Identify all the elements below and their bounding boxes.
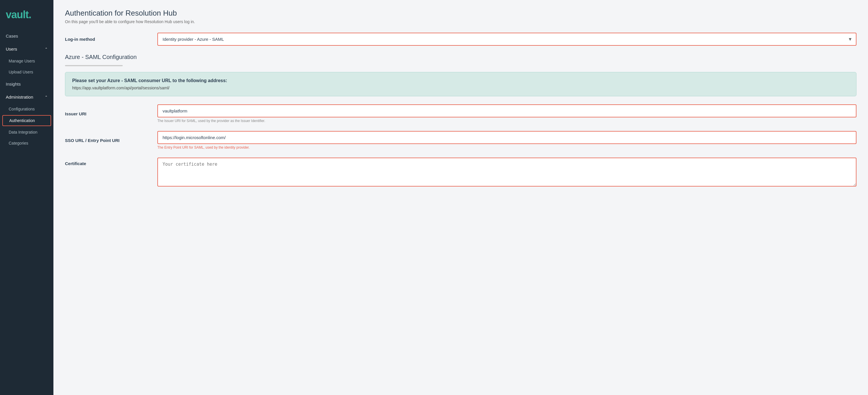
sso-url-row: SSO URL / Entry Point URI The Entry Poin… bbox=[65, 131, 857, 149]
sidebar-item-users[interactable]: Users ⌃ bbox=[0, 43, 54, 56]
sidebar: vault. Cases Users ⌃ Manage Users Upload… bbox=[0, 0, 54, 395]
sidebar-item-configurations[interactable]: Configurations bbox=[0, 104, 54, 114]
sso-url-control: The Entry Point URI for SAML, used by th… bbox=[157, 131, 857, 149]
sso-url-hint: The Entry Point URI for SAML, used by th… bbox=[157, 145, 857, 149]
sidebar-item-cases[interactable]: Cases bbox=[0, 29, 54, 43]
certificate-row: Certificate bbox=[65, 158, 857, 188]
login-method-row: Log-in method Identity provider - Azure … bbox=[65, 33, 857, 46]
sso-url-input[interactable] bbox=[157, 131, 857, 144]
sidebar-item-data-integration[interactable]: Data Integration bbox=[0, 126, 54, 138]
sso-url-label: SSO URL / Entry Point URI bbox=[65, 138, 157, 143]
chevron-up-icon-admin: ⌃ bbox=[45, 95, 48, 99]
sidebar-item-label-cases: Cases bbox=[6, 33, 18, 38]
login-method-select[interactable]: Identity provider - Azure - SAML Local A… bbox=[157, 33, 857, 46]
page-title: Authentication for Resolution Hub bbox=[65, 9, 857, 18]
sidebar-item-insights[interactable]: Insights bbox=[0, 78, 54, 90]
issuer-uri-hint: The Issuer URI for SAML, used by the pro… bbox=[157, 119, 857, 123]
loading-bar bbox=[65, 65, 123, 66]
info-box-title: Please set your Azure - SAML consumer UR… bbox=[72, 78, 849, 83]
sidebar-item-upload-users[interactable]: Upload Users bbox=[0, 66, 54, 78]
sidebar-item-label-insights: Insights bbox=[6, 82, 21, 86]
certificate-label: Certificate bbox=[65, 158, 157, 166]
issuer-uri-label: Issuer URI bbox=[65, 111, 157, 116]
sidebar-item-label-administration: Administration bbox=[6, 94, 33, 100]
login-method-control: Identity provider - Azure - SAML Local A… bbox=[157, 33, 857, 46]
app-logo: vault. bbox=[0, 6, 54, 29]
sidebar-item-categories[interactable]: Categories bbox=[0, 138, 54, 149]
login-method-select-wrapper: Identity provider - Azure - SAML Local A… bbox=[157, 33, 857, 46]
issuer-uri-input[interactable] bbox=[157, 104, 857, 117]
main-content: Authentication for Resolution Hub On thi… bbox=[54, 0, 868, 395]
sidebar-item-manage-users[interactable]: Manage Users bbox=[0, 56, 54, 66]
info-box-url: https://app.vaultplatform.com/api/portal… bbox=[72, 86, 849, 90]
login-method-label: Log-in method bbox=[65, 37, 157, 41]
saml-info-box: Please set your Azure - SAML consumer UR… bbox=[65, 72, 857, 96]
certificate-textarea[interactable] bbox=[157, 158, 857, 187]
chevron-up-icon: ⌃ bbox=[45, 47, 48, 51]
page-subtitle: On this page you'll be able to configure… bbox=[65, 19, 857, 24]
issuer-uri-row: Issuer URI The Issuer URI for SAML, used… bbox=[65, 104, 857, 123]
certificate-control bbox=[157, 158, 857, 188]
sidebar-item-authentication[interactable]: Authentication bbox=[2, 115, 51, 126]
saml-section-title: Azure - SAML Configuration bbox=[65, 54, 857, 60]
sidebar-item-administration[interactable]: Administration ⌃ bbox=[0, 90, 54, 104]
issuer-uri-control: The Issuer URI for SAML, used by the pro… bbox=[157, 104, 857, 123]
sidebar-item-label-users: Users bbox=[6, 47, 17, 52]
